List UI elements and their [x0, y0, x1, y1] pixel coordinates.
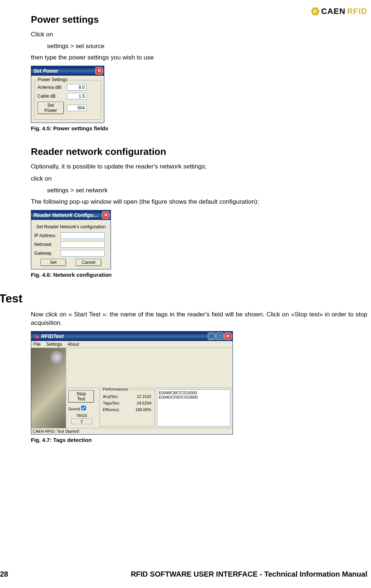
label-gateway: Gateway	[34, 251, 58, 256]
brand-rfid: RFID	[347, 7, 367, 16]
groupbox-performances: Performances Acq/Sec12.3102 Tags/Sec24.6…	[100, 389, 155, 427]
value-tags-sec: 24.6204	[137, 401, 151, 405]
window-title-bar: Set Power ✕	[31, 66, 104, 76]
label-tags-sec: Tags/Sec	[103, 401, 119, 405]
close-icon[interactable]: ✕	[224, 333, 231, 340]
status-bar: CAEN RFID: Test Started!	[31, 428, 233, 434]
input-set-power-value[interactable]	[67, 105, 87, 111]
text-click-on-2: click on	[31, 175, 367, 183]
groupbox-title: Performances	[102, 387, 129, 391]
menu-file[interactable]: File	[33, 342, 40, 347]
brand-hex-icon: R	[311, 7, 320, 16]
text-click-on-1: Click on	[31, 30, 367, 39]
tags-count: 2	[71, 418, 92, 424]
window-title-bar: 🔖 RFIDTest _ □ ✕	[31, 331, 233, 341]
text-optionally: Optionally, it is possible to update the…	[31, 163, 367, 171]
menu-settings[interactable]: Settings	[46, 342, 62, 347]
minimize-icon[interactable]: _	[208, 333, 215, 340]
label-efficiency: Efficency	[103, 407, 119, 412]
brand-caen: CAEN	[321, 7, 345, 16]
tag-item: E0048CBF2C010000	[159, 391, 228, 395]
brand-logo: R CAENRFID	[311, 7, 367, 16]
page-footer: 28 RFID SOFTWARE USER INTERFACE - Techni…	[0, 570, 367, 578]
set-power-button[interactable]: Set Power	[37, 102, 64, 114]
input-netmask[interactable]	[61, 241, 105, 248]
label-cable-db: Cable dB	[37, 94, 64, 99]
input-ip-address[interactable]	[61, 232, 105, 239]
caption-fig47: Fig. 4.7: Tags detection	[31, 437, 367, 443]
text-then-type: then type the power settings you wish to…	[31, 54, 367, 62]
window-title: Set Power	[33, 68, 58, 74]
figure-set-power-window: Set Power ✕ Power Settings Antenna dBi C…	[31, 66, 104, 123]
window-title-bar: Reader Network Configu… ✕	[31, 210, 111, 220]
tag-item: E004DCFB2C010000	[159, 395, 228, 399]
close-icon[interactable]: ✕	[102, 211, 109, 219]
figure-network-config-window: Reader Network Configu… ✕ Set Reader Net…	[31, 210, 111, 269]
reader-photo	[31, 348, 66, 428]
menu-bar: File Settings About	[31, 341, 233, 348]
label-netmask: Netmask	[34, 242, 58, 247]
maximize-icon[interactable]: □	[216, 333, 223, 340]
subtitle-set-network: Set Reader Network's configuration	[36, 224, 108, 229]
label-acq-sec: Acq/Sec	[103, 394, 118, 399]
caption-fig45: Fig. 4.5: Power settings fields	[31, 125, 367, 131]
groupbox-title: Power Settings	[37, 77, 69, 82]
heading-reader-network: Reader network configuration	[31, 146, 367, 157]
text-path-2: settings > set network	[47, 187, 367, 194]
value-acq-sec: 12.3102	[137, 394, 151, 399]
label-tags: TAGS	[68, 413, 95, 418]
page-number: 28	[0, 570, 8, 578]
value-efficiency: 100.00%	[136, 407, 151, 412]
label-antenna-dbi: Antenna dBi	[37, 85, 64, 90]
window-title: RFIDTest	[41, 333, 64, 339]
text-popup-open: The following pop-up window will open (t…	[31, 198, 367, 206]
input-cable-db[interactable]	[67, 93, 87, 99]
checkbox-sound[interactable]	[81, 406, 86, 410]
cancel-button[interactable]: Cancel	[76, 259, 101, 266]
stop-test-button[interactable]: Stop Test	[68, 390, 94, 403]
figure-rfidtest-window: 🔖 RFIDTest _ □ ✕ File Settings About Sto…	[31, 331, 233, 435]
close-icon[interactable]: ✕	[96, 67, 103, 75]
text-start-test-desc: Now click on « Start Test »: the name of…	[31, 311, 367, 327]
label-ip-address: IP Address	[34, 233, 58, 238]
heading-start-test: Start Test	[0, 292, 371, 305]
window-title: Reader Network Configu…	[33, 212, 98, 218]
tags-listbox[interactable]: E0048CBF2C010000 E004DCFB2C010000	[157, 389, 230, 427]
footer-title: RFID SOFTWARE USER INTERFACE - Technical…	[131, 570, 367, 578]
set-button[interactable]: Set	[40, 259, 66, 266]
input-antenna-dbi[interactable]	[67, 84, 87, 91]
label-sound: Sound	[68, 407, 80, 411]
caption-fig46: Fig. 4.6: Network configuration	[31, 272, 367, 278]
text-path-1: settings > set source	[47, 43, 367, 50]
input-gateway[interactable]	[61, 250, 105, 257]
menu-about[interactable]: About	[68, 342, 79, 347]
